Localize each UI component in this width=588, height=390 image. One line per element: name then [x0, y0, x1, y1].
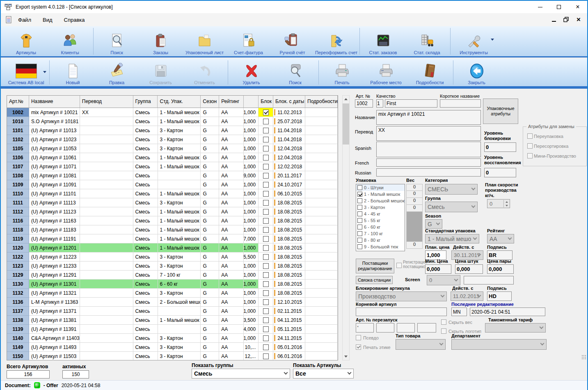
- toolbar-button-stat-warehouse[interactable]: Стат. склада: [405, 26, 449, 56]
- table-cell[interactable]: G: [201, 126, 219, 135]
- table-cell[interactable]: Смесь: [133, 198, 158, 207]
- table-cell[interactable]: 1,000: [244, 153, 259, 162]
- table-cell[interactable]: 1106: [7, 153, 29, 162]
- table-cell[interactable]: G: [201, 234, 219, 243]
- translation-field[interactable]: XX: [376, 126, 481, 141]
- table-cell[interactable]: [305, 352, 338, 360]
- table-cell[interactable]: 18.08.2015: [273, 262, 305, 271]
- table-cell[interactable]: (U) Артикул # 11371: [29, 307, 80, 316]
- toolbar-button-new[interactable]: Новый: [51, 59, 95, 86]
- toolbar-button-packing-list[interactable]: Упаковочный лист: [183, 26, 227, 56]
- table-cell[interactable]: Смесь: [133, 189, 158, 198]
- block-sign-field[interactable]: [487, 291, 512, 301]
- table-cell[interactable]: 1 - Малый мешок: [158, 216, 201, 225]
- table-cell[interactable]: 1110: [7, 189, 29, 198]
- table-cell[interactable]: G: [201, 316, 219, 325]
- table-cell[interactable]: 18.08.2015: [273, 243, 305, 252]
- table-cell[interactable]: G: [201, 334, 219, 343]
- close-button[interactable]: ×: [568, 1, 587, 13]
- dropdown-arrow-icon[interactable]: [43, 71, 46, 73]
- table-cell[interactable]: G: [201, 216, 219, 225]
- table-row[interactable]: 1139(U) Артикул # 11391СмесьGAA4,00005.1…: [7, 325, 338, 334]
- table-cell[interactable]: [305, 189, 338, 198]
- block-checkbox[interactable]: [263, 317, 269, 323]
- table-cell[interactable]: 20.11.2017: [273, 171, 305, 180]
- table-cell[interactable]: Смесь: [133, 135, 158, 144]
- table-cell[interactable]: 1,000: [244, 198, 259, 207]
- table-cell[interactable]: (U) Артикул # 11233: [29, 262, 80, 271]
- table-cell[interactable]: [80, 234, 133, 243]
- table-cell[interactable]: 11.02.2013: [273, 108, 305, 117]
- table-cell[interactable]: AA: [219, 189, 244, 198]
- block-checkbox[interactable]: [263, 191, 269, 197]
- table-cell[interactable]: 3 - Картон: [158, 343, 201, 352]
- table-cell[interactable]: [259, 135, 273, 144]
- art-restart-field-3[interactable]: [397, 323, 415, 333]
- packaging-option[interactable]: 3 - Картон: [356, 204, 405, 211]
- table-cell[interactable]: 1119: [7, 234, 29, 243]
- table-cell[interactable]: 1 - Малый мешок: [158, 162, 201, 171]
- table-cell[interactable]: AA: [219, 153, 244, 162]
- short-name-field[interactable]: [440, 99, 481, 108]
- toolbar-button-reissue[interactable]: Переоформить счет: [314, 26, 358, 56]
- packaging-listbox[interactable]: 0 - Штуки1 - Малый мешок2 - Большой мешо…: [356, 184, 405, 251]
- table-cell[interactable]: G: [201, 207, 219, 216]
- table-cell[interactable]: 1 - Малый мешок: [158, 117, 201, 126]
- table-cell[interactable]: 1,000: [244, 280, 259, 289]
- table-row[interactable]: 1118(U) Артикул # 11183Смесь1 - Малый ме…: [7, 225, 338, 234]
- table-cell[interactable]: AA: [219, 216, 244, 225]
- table-cell[interactable]: [80, 252, 133, 262]
- table-cell[interactable]: 3 - Картон: [158, 126, 201, 135]
- table-cell[interactable]: 1105: [7, 144, 29, 153]
- table-cell[interactable]: [80, 135, 133, 144]
- station-link-button[interactable]: Связка станции: [356, 276, 393, 284]
- table-cell[interactable]: (U) Артикул # 11091: [29, 180, 80, 189]
- table-cell[interactable]: G: [201, 117, 219, 126]
- table-cell[interactable]: [259, 307, 273, 316]
- table-cell[interactable]: (U) Артикул # 11201: [29, 243, 80, 252]
- table-cell[interactable]: [259, 325, 273, 334]
- table-cell[interactable]: 06.10.2015: [273, 189, 305, 198]
- block-checkbox[interactable]: [263, 128, 269, 133]
- packaging-option[interactable]: 9 - Большой тюк: [356, 243, 405, 250]
- table-cell[interactable]: 1,000: [244, 289, 259, 298]
- table-cell[interactable]: [305, 135, 338, 144]
- block-checkbox[interactable]: [263, 146, 269, 151]
- table-cell[interactable]: AA: [219, 325, 244, 334]
- table-cell[interactable]: 1149: [7, 343, 29, 352]
- table-row[interactable]: 1132(U) Артикул # 11321Смесь3 - КартонGA…: [7, 289, 338, 298]
- packaging-checkbox[interactable]: [357, 225, 362, 229]
- table-cell[interactable]: (U) Артикул # 11191: [29, 234, 80, 243]
- packaging-checkbox[interactable]: [357, 192, 362, 197]
- table-cell[interactable]: [259, 225, 273, 234]
- table-cell[interactable]: 1,000: [244, 162, 259, 171]
- last-edit-user-field[interactable]: [451, 307, 467, 316]
- table-cell[interactable]: [259, 352, 273, 360]
- table-cell[interactable]: Смесь: [133, 144, 158, 153]
- table-cell[interactable]: [305, 271, 338, 280]
- table-cell[interactable]: [80, 289, 133, 298]
- table-cell[interactable]: AA: [219, 252, 244, 262]
- table-cell[interactable]: (U) Артикул # 11503: [29, 352, 80, 360]
- table-cell[interactable]: AA: [219, 280, 244, 289]
- table-cell[interactable]: [80, 216, 133, 225]
- table-cell[interactable]: G: [201, 243, 219, 252]
- table-cell[interactable]: Смесь: [133, 307, 158, 316]
- table-cell[interactable]: 18.08.2015: [273, 198, 305, 207]
- table-cell[interactable]: [305, 316, 338, 325]
- table-cell[interactable]: [259, 271, 273, 280]
- table-row[interactable]: 1129(U) Артикул # 11291Смесь7 - 100 кгGA…: [7, 271, 338, 280]
- table-cell[interactable]: [305, 171, 338, 180]
- block-checkbox[interactable]: [263, 182, 269, 188]
- table-cell[interactable]: [305, 216, 338, 225]
- block-checkbox[interactable]: [263, 227, 269, 233]
- column-header[interactable]: Блок. с даты: [273, 96, 305, 108]
- block-checkbox[interactable]: [263, 344, 269, 350]
- scroll-up-icon[interactable]: [343, 96, 349, 103]
- table-cell[interactable]: 18.08.2015: [273, 280, 305, 289]
- table-cell[interactable]: Смесь: [133, 289, 158, 298]
- table-cell[interactable]: AA: [219, 144, 244, 153]
- table-cell[interactable]: [305, 108, 338, 117]
- table-cell[interactable]: [305, 144, 338, 153]
- table-cell[interactable]: [158, 307, 201, 316]
